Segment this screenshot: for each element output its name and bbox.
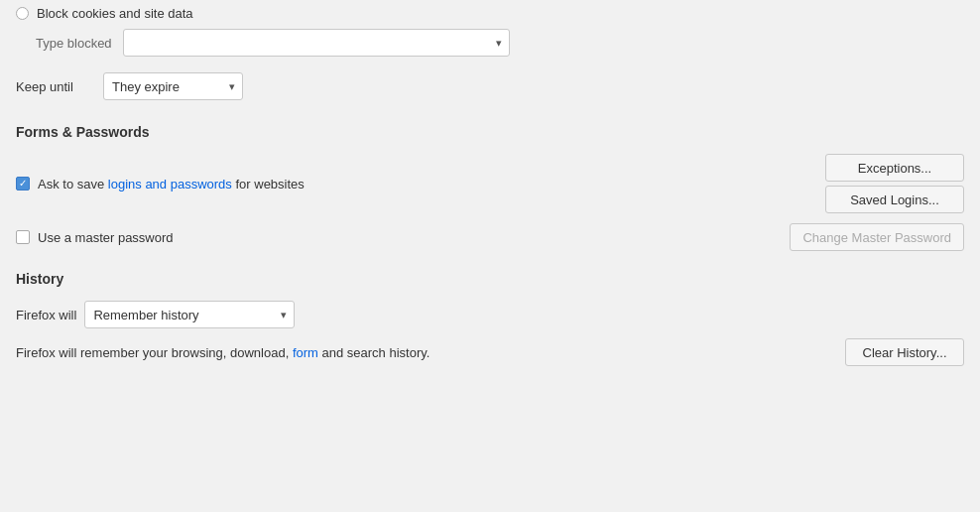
history-description: Firefox will remember your browsing, dow… (16, 345, 829, 360)
ask-save-left: Ask to save logins and passwords for web… (16, 177, 305, 192)
keep-until-label: Keep until (16, 79, 95, 94)
form-link[interactable]: form (293, 345, 318, 360)
forms-section-title: Forms & Passwords (16, 124, 964, 140)
history-description-row: Firefox will remember your browsing, dow… (16, 338, 964, 366)
master-password-label: Use a master password (38, 230, 174, 245)
exceptions-button[interactable]: Exceptions... (825, 154, 964, 182)
history-select-wrapper: Remember history Never remember history … (84, 301, 295, 328)
they-expire-select-wrapper: They expire I close Firefox Ask me every… (103, 72, 243, 100)
history-section-title: History (16, 271, 964, 287)
saved-logins-button[interactable]: Saved Logins... (825, 186, 964, 213)
master-password-checkbox[interactable] (16, 230, 30, 244)
firefox-will-label: Firefox will (16, 308, 76, 322)
cookies-section: Block cookies and site data Type blocked… (16, 0, 964, 100)
page-container: Block cookies and site data Type blocked… (0, 0, 980, 512)
master-password-row: Use a master password Change Master Pass… (16, 223, 964, 251)
type-blocked-row: Type blocked (36, 29, 964, 57)
history-section: History Firefox will Remember history Ne… (16, 271, 964, 366)
type-blocked-label: Type blocked (36, 36, 115, 51)
ask-save-label: Ask to save logins and passwords for web… (38, 177, 305, 192)
master-password-left: Use a master password (16, 230, 174, 245)
ask-save-checkbox[interactable] (16, 177, 30, 191)
forms-buttons: Exceptions... Saved Logins... (825, 154, 964, 213)
clear-history-button[interactable]: Clear History... (845, 338, 964, 366)
block-cookies-label: Block cookies and site data (37, 6, 193, 21)
logins-passwords-link[interactable]: logins and passwords (108, 177, 232, 192)
firefox-will-row: Firefox will Remember history Never reme… (16, 301, 964, 328)
they-expire-select[interactable]: They expire I close Firefox Ask me every… (103, 72, 243, 100)
block-cookies-row: Block cookies and site data (16, 6, 964, 21)
change-master-password-button[interactable]: Change Master Password (790, 223, 964, 251)
keep-until-row: Keep until They expire I close Firefox A… (16, 72, 964, 100)
type-blocked-select-wrapper (123, 29, 510, 57)
block-cookies-radio[interactable] (16, 7, 29, 20)
type-blocked-select[interactable] (123, 29, 510, 57)
forms-section: Forms & Passwords Ask to save logins and… (16, 124, 964, 251)
history-select[interactable]: Remember history Never remember history … (84, 301, 295, 328)
ask-save-row: Ask to save logins and passwords for web… (16, 154, 964, 213)
